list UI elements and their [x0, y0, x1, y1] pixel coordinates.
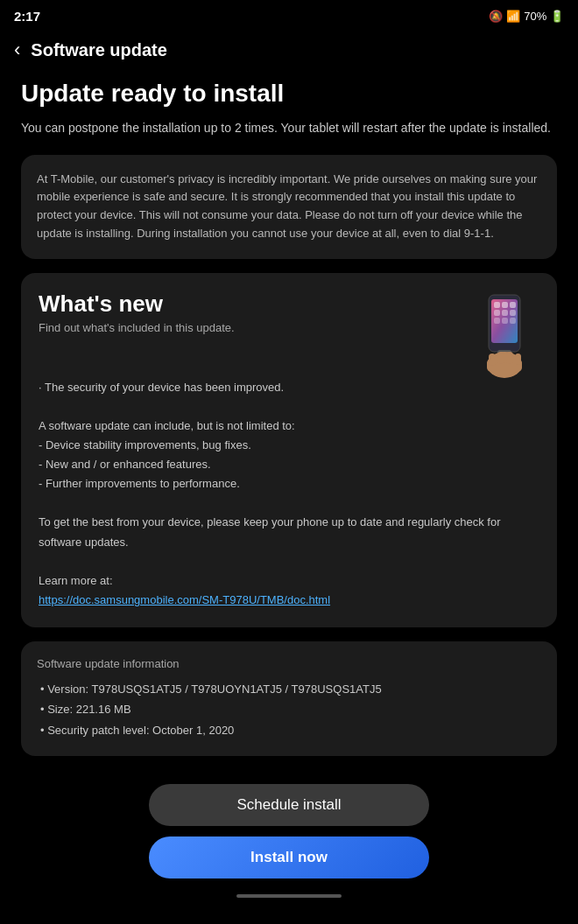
software-info-card: Software update information • Version: T…	[21, 641, 557, 756]
nav-bar: ‹ Software update	[0, 32, 578, 72]
privacy-text: At T-Mobile, our customer's privacy is i…	[37, 171, 541, 243]
svg-rect-15	[489, 354, 496, 366]
schedule-install-button[interactable]: Schedule install	[149, 784, 429, 826]
svg-rect-16	[497, 352, 504, 364]
battery-pct: 70%	[524, 10, 546, 23]
svg-rect-6	[494, 310, 500, 316]
svg-rect-4	[502, 302, 508, 308]
page-subtitle: You can postpone the installation up to …	[21, 119, 557, 137]
status-time: 2:17	[14, 9, 40, 24]
whats-new-subtitle: Find out what's included in this update.	[39, 321, 235, 334]
bullet3: - Further improvements to performance.	[39, 474, 539, 494]
whats-new-body: · The security of your device has been i…	[39, 378, 539, 610]
phone-illustration	[469, 290, 539, 378]
status-icons: 🔕 📶 70% 🔋	[489, 10, 564, 23]
software-info-title: Software update information	[37, 657, 541, 670]
size-info: • Size: 221.16 MB	[37, 699, 541, 719]
page-title: Update ready to install	[21, 79, 557, 108]
body-intro: A software update can include, but is no…	[39, 416, 539, 436]
back-button[interactable]: ‹	[14, 38, 20, 61]
patch-info: • Security patch level: October 1, 2020	[37, 720, 541, 740]
svg-rect-8	[510, 310, 516, 316]
status-bar: 2:17 🔕 📶 70% 🔋	[0, 0, 578, 32]
signal-icon: 📶	[506, 10, 520, 23]
privacy-card: At T-Mobile, our customer's privacy is i…	[21, 155, 557, 259]
bullet1: - Device stability improvements, bug fix…	[39, 436, 539, 455]
bottom-buttons-area: Schedule install Install now	[0, 770, 578, 924]
battery-icon-symbol: 🔋	[550, 10, 564, 23]
svg-rect-5	[510, 302, 516, 308]
learn-more-link[interactable]: https://doc.samsungmobile.com/SM-T978U/T…	[39, 593, 330, 606]
nav-title: Software update	[31, 40, 167, 60]
svg-rect-7	[502, 310, 508, 316]
version-info: • Version: T978USQS1ATJ5 / T978UOYN1ATJ5…	[37, 679, 541, 699]
whats-new-title-area: What's new Find out what's included in t…	[39, 290, 235, 350]
learn-more-label: Learn more at:	[39, 571, 539, 591]
svg-rect-17	[506, 352, 513, 364]
svg-rect-10	[502, 318, 508, 324]
security-line: · The security of your device has been i…	[39, 378, 539, 397]
svg-rect-3	[494, 302, 500, 308]
whats-new-title: What's new	[39, 290, 235, 318]
bullet2: - New and / or enhanced features.	[39, 455, 539, 474]
battery-indicator: 70% 🔋	[524, 10, 564, 23]
svg-rect-9	[494, 318, 500, 324]
svg-rect-18	[515, 354, 521, 365]
whats-new-header: What's new Find out what's included in t…	[39, 290, 539, 378]
install-now-button[interactable]: Install now	[149, 836, 429, 878]
home-indicator	[236, 894, 342, 898]
mute-icon: 🔕	[489, 10, 503, 23]
tip-text: To get the best from your device, please…	[39, 513, 539, 551]
svg-rect-11	[510, 318, 516, 324]
whats-new-card: What's new Find out what's included in t…	[21, 273, 557, 627]
